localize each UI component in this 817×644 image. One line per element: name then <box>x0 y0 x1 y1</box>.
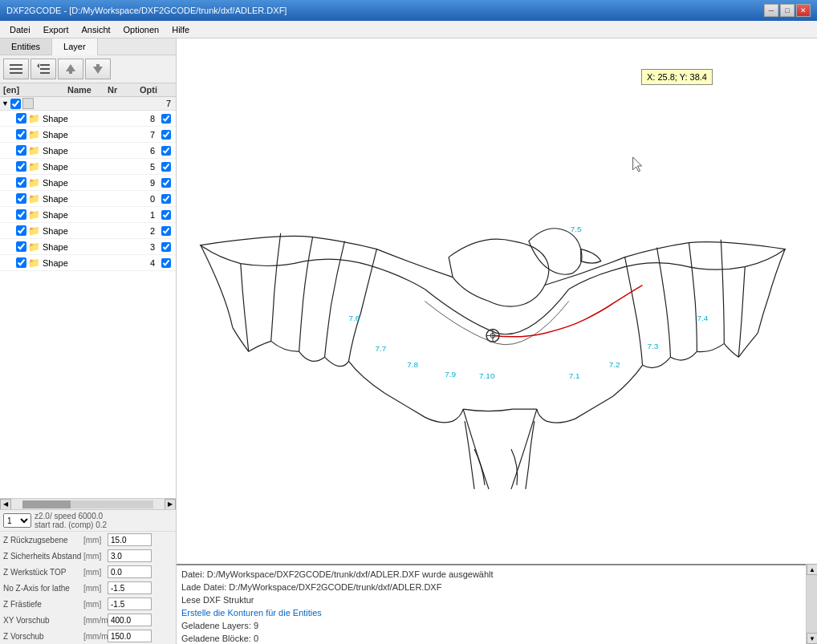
scrollbar-thumb[interactable] <box>22 500 71 508</box>
list-item[interactable]: 📁 Shape 1 <box>0 207 176 223</box>
shape-checkbox-4[interactable] <box>16 257 26 268</box>
log-line-6: Geladene Blöcke: 0 <box>181 632 812 644</box>
shape-checkbox-3[interactable] <box>16 241 26 252</box>
scroll-right[interactable]: ▶ <box>165 499 176 510</box>
menu-datei[interactable]: Datei <box>3 23 37 36</box>
list-view-button[interactable] <box>3 59 29 79</box>
shape-checkbox-9[interactable] <box>16 177 26 188</box>
z-retract-label: Z Rückzugsebene <box>3 536 83 545</box>
folder-icon: 📁 <box>28 161 40 172</box>
list-item[interactable]: 📁 Shape 8 <box>0 111 176 127</box>
z-top-value[interactable]: 0.0 <box>108 565 152 578</box>
tree-col-nr: Nr <box>108 85 140 95</box>
svg-rect-2 <box>10 72 22 74</box>
log-scroll-track[interactable] <box>807 575 817 633</box>
shape-opt-7[interactable] <box>158 130 174 140</box>
z-depth-label: Z Frästiefe <box>3 600 83 609</box>
folder-icon: 📁 <box>28 193 40 205</box>
shape-opt-3[interactable] <box>158 242 174 252</box>
tree-col-name: [en] <box>3 85 67 95</box>
tab-entities[interactable]: Entities <box>0 38 52 55</box>
shape-label-8: Shape <box>43 114 138 124</box>
collapse-button[interactable] <box>30 59 56 79</box>
shape-checkbox-0[interactable] <box>16 193 26 204</box>
horizontal-scrollbar[interactable]: ◀ ▶ <box>0 498 176 509</box>
shape-checkbox-1[interactable] <box>16 209 26 220</box>
svg-marker-7 <box>66 64 75 71</box>
list-item[interactable]: 📁 Shape 3 <box>0 239 176 255</box>
menu-export[interactable]: Export <box>37 23 75 36</box>
log-scroll-down[interactable]: ▼ <box>807 633 817 644</box>
root-checkbox[interactable] <box>10 99 21 109</box>
minimize-button[interactable]: ─ <box>764 4 778 17</box>
shape-num-0: 0 <box>138 194 158 204</box>
menu-hilfe[interactable]: Hilfe <box>165 23 196 36</box>
folder-icon: 📁 <box>28 241 40 253</box>
svg-marker-6 <box>37 63 39 68</box>
shape-checkbox-6[interactable] <box>16 145 26 156</box>
shape-checkbox-2[interactable] <box>16 225 26 236</box>
log-scrollbar[interactable]: ▲ ▼ <box>806 564 817 644</box>
shape-opt-2[interactable] <box>158 226 174 236</box>
log-scroll-up[interactable]: ▲ <box>807 564 817 575</box>
speed-select[interactable]: 1 <box>3 513 31 528</box>
tabs: Entities Layer <box>0 38 176 55</box>
tree-root-row[interactable]: ▼ 7 <box>0 97 176 111</box>
maximize-button[interactable]: □ <box>780 4 795 17</box>
shape-checkbox-5[interactable] <box>16 161 26 172</box>
close-button[interactable]: ✕ <box>796 4 811 17</box>
svg-marker-15 <box>633 157 642 172</box>
menu-ansicht[interactable]: Ansicht <box>75 23 116 36</box>
scrollbar-track[interactable] <box>22 500 153 508</box>
shape-opt-8[interactable] <box>158 114 174 124</box>
shape-opt-9[interactable] <box>158 178 174 188</box>
shape-opt-0[interactable] <box>158 194 174 204</box>
shape-checkbox-7[interactable] <box>16 129 26 140</box>
svg-rect-5 <box>40 72 50 74</box>
menu-optionen[interactable]: Optionen <box>117 23 166 36</box>
shape-checkbox-8[interactable] <box>16 113 26 124</box>
list-item[interactable]: 📁 Shape 5 <box>0 159 176 175</box>
move-down-button[interactable] <box>85 59 111 79</box>
z-retract-value[interactable]: 15.0 <box>108 533 152 546</box>
svg-rect-8 <box>69 71 72 74</box>
shape-opt-4[interactable] <box>158 258 174 268</box>
z-safety-unit: [mm] <box>83 552 108 561</box>
folder-icon: 📁 <box>28 129 40 140</box>
list-item[interactable]: 📁 Shape 2 <box>0 223 176 239</box>
list-item[interactable]: 📁 Shape 9 <box>0 175 176 191</box>
cursor-indicator <box>633 157 642 172</box>
move-up-button[interactable] <box>58 59 83 79</box>
z-depth-unit: [mm] <box>83 600 108 609</box>
z-top-label: Z Werkstück TOP <box>3 568 83 577</box>
list-item[interactable]: 📁 Shape 0 <box>0 191 176 207</box>
tab-layer[interactable]: Layer <box>52 38 98 55</box>
tree-content: ▼ 7 📁 Shape 8 📁 Shape 7 <box>0 97 176 498</box>
tree-col-opti: Opti <box>140 85 172 95</box>
menu-bar: Datei Export Ansicht Optionen Hilfe <box>0 21 817 38</box>
label-7-8: 7.8 <box>407 360 418 369</box>
shape-label-6: Shape <box>43 146 138 156</box>
list-item[interactable]: 📁 Shape 6 <box>0 143 176 159</box>
xy-feed-value[interactable]: 400.0 <box>108 614 152 626</box>
shape-opt-5[interactable] <box>158 162 174 172</box>
folder-icon: 📁 <box>28 225 40 237</box>
window-title: DXF2GCODE - [D:/MyWorkspace/DXF2GCODE/tr… <box>6 6 287 15</box>
log-line-4: Erstelle die Konturen für die Entities <box>181 606 812 619</box>
list-item[interactable]: 📁 Shape 7 <box>0 127 176 143</box>
z-depth-value[interactable]: -1.5 <box>108 597 152 610</box>
list-item[interactable]: 📁 Shape 4 <box>0 255 176 271</box>
z-safety-value[interactable]: 3.0 <box>108 549 152 562</box>
label-7-5: 7.5 <box>571 225 582 233</box>
z-retract-row: Z Rückzugsebene [mm] 15.0 <box>0 532 176 548</box>
log-line-2: Lade Datei: D:/MyWorkspace/DXF2GCODE/tru… <box>181 581 812 593</box>
shape-label-0: Shape <box>43 194 138 204</box>
shape-opt-6[interactable] <box>158 146 174 156</box>
log-line-5: Geladene Layers: 9 <box>181 619 812 632</box>
scroll-left[interactable]: ◀ <box>0 499 11 510</box>
canvas-area[interactable]: 7.5 7.6 7.7 7.8 7.9 7.10 7.1 7.2 7.3 7.4… <box>177 38 817 644</box>
shape-opt-1[interactable] <box>158 210 174 220</box>
z-lathe-value[interactable]: -1.5 <box>108 581 152 594</box>
window-controls: ─ □ ✕ <box>764 4 811 17</box>
z-feed-value[interactable]: 150.0 <box>108 630 152 642</box>
